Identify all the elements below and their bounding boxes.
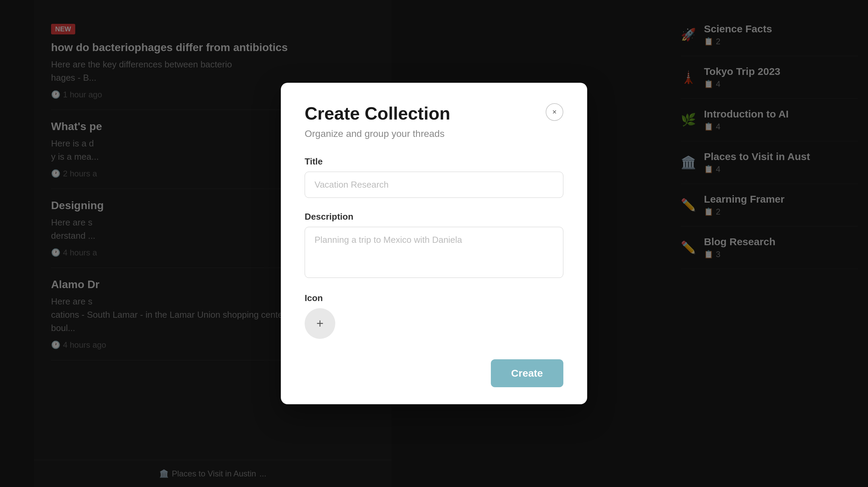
description-form-group: Description	[305, 211, 563, 279]
modal-title: Create Collection	[305, 103, 563, 124]
title-input[interactable]	[305, 172, 563, 198]
create-collection-modal: Create Collection Organize and group you…	[281, 83, 587, 404]
modal-close-button[interactable]: ×	[546, 103, 563, 121]
modal-header: Create Collection Organize and group you…	[305, 103, 563, 139]
create-button[interactable]: Create	[491, 359, 563, 387]
icon-label: Icon	[305, 293, 563, 303]
title-form-group: Title	[305, 156, 563, 198]
modal-subtitle: Organize and group your threads	[305, 128, 563, 139]
title-label: Title	[305, 156, 563, 167]
icon-form-group: Icon +	[305, 293, 563, 339]
description-textarea[interactable]	[305, 227, 563, 278]
modal-footer: Create	[305, 352, 563, 387]
description-label: Description	[305, 211, 563, 222]
icon-picker-button[interactable]: +	[305, 308, 335, 339]
